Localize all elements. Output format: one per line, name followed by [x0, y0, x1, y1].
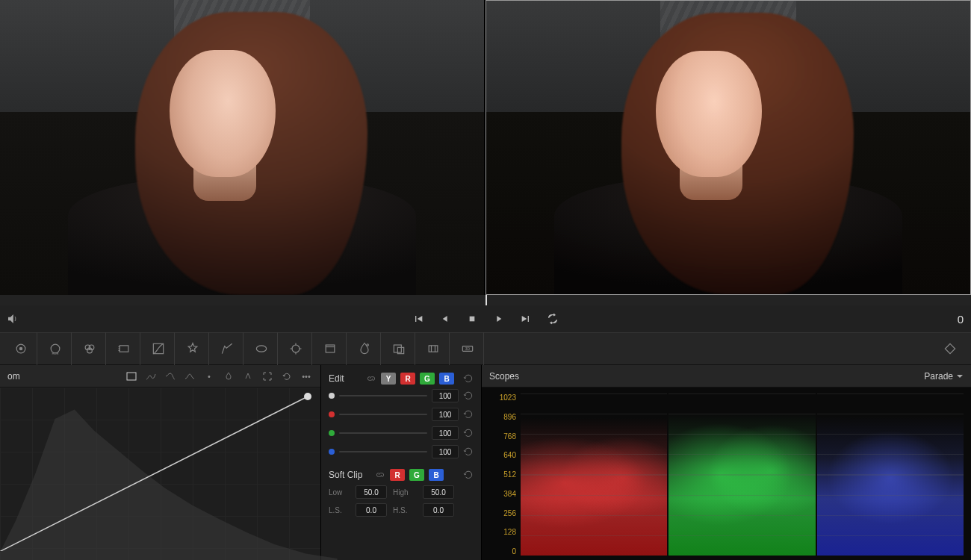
scopes-y-axis: 1023 896 768 640 512 384 256 128 0 — [486, 393, 516, 556]
volume-icon[interactable] — [6, 312, 19, 326]
softclip-reset-icon[interactable] — [463, 470, 474, 480]
key-tool[interactable] — [382, 332, 415, 365]
viewer-row — [0, 0, 971, 295]
slider-blue-row: 100 — [329, 445, 474, 458]
prev-clip-button[interactable] — [412, 312, 425, 326]
y-tick: 256 — [486, 509, 516, 517]
scopes-body[interactable]: 1023 896 768 640 512 384 256 128 0 — [482, 388, 971, 560]
high-value[interactable]: 50.0 — [423, 485, 454, 499]
video-frame-left — [0, 0, 484, 295]
stop-button[interactable] — [465, 312, 479, 326]
slider-lum-reset-icon[interactable] — [463, 391, 474, 401]
tracker-tool[interactable] — [279, 332, 312, 365]
hs-value[interactable]: 0.0 — [423, 503, 454, 517]
motion-effects-tool[interactable] — [108, 332, 140, 365]
curve-mode-svl-icon[interactable] — [241, 370, 255, 383]
softclip-params: Low 50.0 High 50.0 L.S. 0.0 H.S. 0.0 — [329, 485, 474, 517]
slider-green-row: 100 — [329, 426, 474, 440]
curve-mode-lvs-icon[interactable]: • — [202, 370, 216, 383]
softclip-link-icon[interactable] — [375, 470, 385, 480]
slider-green-reset-icon[interactable] — [463, 428, 474, 438]
color-warper-tool[interactable] — [176, 332, 209, 365]
y-tick: 384 — [486, 490, 516, 498]
step-back-button[interactable] — [438, 312, 452, 326]
y-tick: 768 — [486, 432, 516, 441]
bottom-panels: om • ••• — [0, 365, 971, 560]
curve-mode-custom-icon[interactable] — [125, 370, 138, 383]
slider-lum-value[interactable]: 100 — [432, 389, 459, 402]
chevron-down-icon — [956, 373, 964, 380]
softclip-channels-row: Soft Clip R G B — [329, 469, 474, 481]
channel-y-button[interactable]: Y — [381, 373, 396, 385]
qualifier-tool[interactable] — [211, 332, 243, 365]
curve-mode-hvh-icon[interactable] — [144, 370, 158, 383]
svg-point-10 — [256, 346, 266, 352]
svg-rect-12 — [326, 345, 335, 352]
low-value[interactable]: 50.0 — [356, 485, 387, 499]
svg-point-11 — [292, 345, 300, 352]
y-tick: 512 — [486, 470, 516, 479]
parade-waveforms — [521, 393, 964, 556]
window-tool[interactable] — [245, 332, 278, 365]
edit-channels-row: Edit Y R G B — [329, 373, 474, 385]
softclip-r-button[interactable]: R — [390, 469, 405, 481]
curves-tool[interactable] — [142, 332, 175, 365]
svg-text:3D: 3D — [465, 346, 470, 351]
curve-reset-icon[interactable] — [280, 370, 294, 383]
loop-button[interactable] — [546, 312, 559, 326]
playhead-track[interactable] — [0, 295, 971, 305]
svg-rect-0 — [470, 317, 475, 322]
counter-right: 0 — [958, 313, 964, 326]
svg-point-2 — [19, 347, 22, 349]
channel-b-button[interactable]: B — [439, 373, 454, 385]
slider-blue-reset-icon[interactable] — [463, 447, 474, 457]
scopes-title: Scopes — [489, 371, 519, 382]
hdr-wheels-tool[interactable]: HDR — [39, 332, 72, 365]
keyframes-tool[interactable] — [934, 332, 967, 365]
curve-mode-svs-icon[interactable] — [222, 370, 235, 383]
slider-lum[interactable] — [339, 395, 427, 396]
channel-r-button[interactable]: R — [400, 373, 415, 385]
next-clip-button[interactable] — [519, 312, 533, 326]
curve-mode-hvl-icon[interactable] — [183, 370, 196, 383]
svg-point-13 — [366, 344, 368, 346]
magic-mask-tool[interactable] — [314, 332, 347, 365]
svg-text:HDR: HDR — [52, 352, 58, 355]
waveform-red — [521, 393, 667, 556]
curve-mode-hvs-icon[interactable] — [164, 370, 177, 383]
curve-line — [0, 388, 320, 551]
softclip-g-button[interactable]: G — [409, 469, 424, 481]
slider-green-value[interactable]: 100 — [432, 426, 459, 440]
play-button[interactable] — [492, 312, 506, 326]
scopes-mode-dropdown[interactable]: Parade — [924, 371, 964, 382]
curves-panel-header: om • ••• — [0, 365, 320, 388]
waveform-green — [668, 393, 815, 556]
edit-reset-icon[interactable] — [463, 373, 474, 384]
sizing-tool[interactable] — [417, 332, 450, 365]
curve-more-icon[interactable]: ••• — [300, 370, 313, 383]
playhead-marker[interactable] — [486, 295, 487, 305]
curves-panel: om • ••• — [0, 365, 321, 560]
slider-red-reset-icon[interactable] — [463, 409, 474, 420]
link-icon[interactable] — [366, 373, 376, 384]
softclip-b-button[interactable]: B — [429, 469, 444, 481]
slider-blue[interactable] — [339, 451, 427, 452]
viewer-left[interactable] — [0, 0, 484, 295]
slider-blue-value[interactable]: 100 — [432, 445, 459, 458]
blur-tool[interactable] — [348, 332, 381, 365]
hs-label: H.S. — [393, 506, 417, 514]
scopes-panel: Scopes Parade 1023 896 768 640 512 384 2… — [482, 365, 971, 560]
curve-editor[interactable] — [0, 388, 320, 560]
curve-expand-icon[interactable] — [261, 370, 274, 383]
slider-green[interactable] — [339, 432, 427, 434]
rgb-mixer-tool[interactable] — [73, 332, 106, 365]
ls-value[interactable]: 0.0 — [356, 503, 387, 517]
slider-red[interactable] — [339, 414, 427, 415]
scopes-mode-label: Parade — [924, 371, 953, 382]
channel-g-button[interactable]: G — [420, 373, 435, 385]
y-tick: 1023 — [486, 393, 516, 402]
slider-red-value[interactable]: 100 — [432, 408, 459, 421]
color-wheels-tool[interactable] — [4, 332, 37, 365]
viewer-right[interactable] — [486, 0, 971, 295]
stereo-3d-tool[interactable]: 3D — [451, 332, 484, 365]
